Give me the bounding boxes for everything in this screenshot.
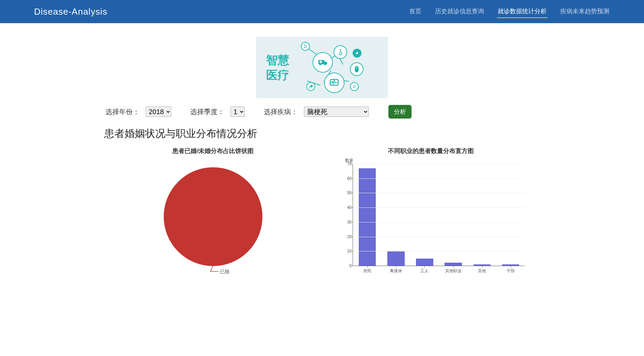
dot-icon: [355, 51, 359, 55]
thermometer-icon: [352, 84, 357, 89]
pill-icon: [308, 84, 313, 89]
banner-graphic: [293, 38, 364, 96]
y-tick: 20: [343, 234, 352, 239]
pie-chart: 已婚: [104, 160, 322, 266]
nav-links: 首页 历史就诊信息查询 就诊数据统计分析 疾病未来趋势预测: [408, 5, 610, 18]
wheelchair-icon: [337, 48, 344, 56]
bar: [445, 263, 462, 266]
bar-slot: 工人: [410, 164, 439, 266]
y-tick: 70: [343, 161, 352, 166]
bar-slot: 其他: [468, 164, 496, 266]
nav-home[interactable]: 首页: [408, 5, 422, 18]
year-select[interactable]: 2018: [146, 107, 171, 117]
scissors-icon: [303, 44, 308, 49]
bar-slot: 其他职业: [439, 164, 468, 266]
svg-point-0: [356, 52, 358, 54]
navbar: Disease-Analysis 首页 历史就诊信息查询 就诊数据统计分析 疾病…: [0, 0, 644, 23]
nav-trend-forecast[interactable]: 疾病未来趋势预测: [560, 5, 610, 18]
filter-controls: 选择年份： 2018 选择季度： 1 选择疾病： 脑梗死 分析: [104, 105, 540, 119]
x-tick: 工人: [410, 268, 439, 274]
section-title: 患者婚姻状况与职业分布情况分析: [104, 127, 540, 141]
y-tick: 50: [343, 190, 352, 195]
pie-chart-box: 患者已婚/未婚分布占比饼状图 已婚: [104, 144, 322, 276]
bar-slot: 干部: [496, 164, 525, 266]
x-tick: 其他: [468, 268, 496, 274]
y-tick: 0: [343, 263, 352, 268]
y-tick: 60: [343, 176, 352, 181]
banner: 智慧 医疗: [256, 37, 388, 98]
nav-statistics[interactable]: 就诊数据统计分析: [497, 5, 547, 18]
brand-title: Disease-Analysis: [34, 6, 107, 17]
mouse-icon: [353, 65, 360, 73]
pie-chart-title: 患者已婚/未婚分布占比饼状图: [104, 147, 322, 155]
monitor-icon: [328, 77, 340, 89]
banner-line1: 智慧: [266, 53, 289, 66]
banner-line2: 医疗: [266, 68, 289, 81]
ambulance-icon: [317, 57, 328, 68]
bar-slot: 农民: [353, 164, 382, 266]
nav-history-query[interactable]: 历史就诊信息查询: [434, 5, 485, 18]
charts-row: 患者已婚/未婚分布占比饼状图 已婚 不同职业的患者数量分布直方图 数量 农民离退…: [104, 144, 540, 276]
y-tick: 30: [343, 220, 352, 225]
year-label: 选择年份：: [106, 107, 140, 117]
bar-plot-area: 农民离退休工人其他职业其他干部 010203040506070: [353, 164, 525, 266]
quarter-select[interactable]: 1: [230, 107, 245, 117]
bar-chart: 数量 农民离退休工人其他职业其他干部 010203040506070: [336, 160, 526, 276]
pie-label-married: 已婚: [220, 269, 229, 275]
disease-label: 选择疾病：: [264, 107, 298, 117]
bar-slot: 离退休: [382, 164, 410, 266]
banner-text: 智慧 医疗: [266, 52, 289, 82]
quarter-label: 选择季度：: [190, 107, 224, 117]
disease-select[interactable]: 脑梗死: [304, 107, 369, 117]
bar-chart-title: 不同职业的患者数量分布直方图: [322, 147, 540, 155]
x-tick: 干部: [496, 268, 525, 274]
bar: [387, 251, 405, 266]
x-tick: 其他职业: [439, 268, 468, 274]
y-tick: 10: [343, 249, 352, 253]
analyze-button[interactable]: 分析: [388, 105, 412, 119]
bar-chart-box: 不同职业的患者数量分布直方图 数量 农民离退休工人其他职业其他干部 010203…: [322, 144, 540, 276]
y-tick: 40: [343, 205, 352, 210]
x-tick: 农民: [353, 268, 382, 274]
x-tick: 离退休: [382, 268, 410, 274]
bar: [416, 259, 433, 266]
